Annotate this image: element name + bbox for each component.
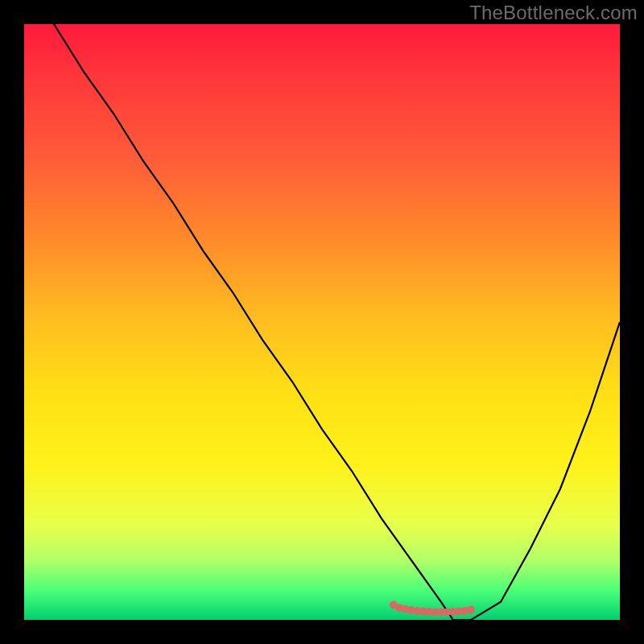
curve-svg xyxy=(24,24,620,620)
valley-marker-dot xyxy=(467,605,475,613)
watermark-text: TheBottleneck.com xyxy=(469,2,638,24)
valley-markers xyxy=(390,601,475,617)
chart-frame: TheBottleneck.com xyxy=(0,0,644,644)
plot-area xyxy=(24,24,620,620)
bottleneck-curve xyxy=(24,24,620,620)
